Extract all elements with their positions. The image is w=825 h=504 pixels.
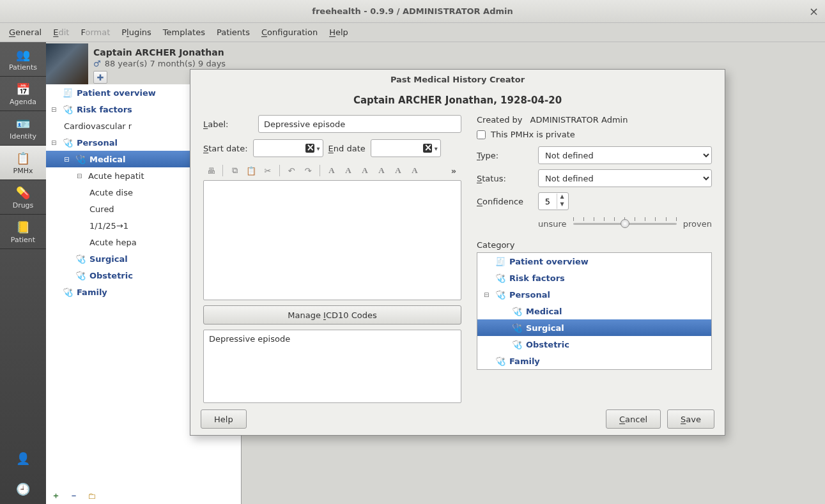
category-tree: 🧾Patient overview 🩺Risk factors ⊟🩺Person… bbox=[477, 252, 712, 370]
enddate-input[interactable]: ▾ bbox=[371, 139, 441, 157]
activity-agenda[interactable]: 📅Agenda bbox=[0, 77, 46, 111]
activity-drugs[interactable]: 💊Drugs bbox=[0, 180, 46, 215]
pmhx-icon: 📋 bbox=[14, 150, 32, 165]
enddate-label: End date bbox=[328, 144, 366, 153]
menu-templates[interactable]: Templates bbox=[163, 27, 205, 37]
more-icon[interactable]: » bbox=[447, 164, 460, 177]
font-a4-icon[interactable]: A bbox=[375, 164, 388, 177]
confidence-input[interactable] bbox=[539, 197, 557, 206]
confidence-spin[interactable]: ▲▼ bbox=[538, 192, 569, 210]
close-icon[interactable]: × bbox=[809, 4, 819, 18]
label-input[interactable] bbox=[258, 115, 461, 133]
patient-notes-icon: 📒 bbox=[14, 219, 32, 234]
status-label: Status: bbox=[477, 174, 530, 183]
status-select[interactable]: Not defined bbox=[538, 169, 712, 187]
activity-identity[interactable]: 🪪Identity bbox=[0, 111, 46, 146]
pill-icon: 💊 bbox=[14, 185, 32, 200]
cat-family[interactable]: 🩺Family bbox=[477, 353, 711, 369]
startdate-input[interactable]: ▾ bbox=[253, 139, 323, 157]
private-checkbox[interactable] bbox=[477, 130, 486, 139]
cat-risk-factors[interactable]: 🩺Risk factors bbox=[477, 270, 711, 286]
modal-overlay: Past Medical History Creator Captain ARC… bbox=[46, 42, 825, 504]
activity-patients[interactable]: 👥Patients bbox=[0, 42, 46, 77]
label-label: Label: bbox=[203, 119, 252, 129]
menu-edit: Edit bbox=[53, 27, 69, 37]
icd10-codes-area[interactable]: Depressive episode bbox=[203, 330, 461, 403]
font-a5-icon[interactable]: A bbox=[392, 164, 405, 177]
activity-clock-icon[interactable]: 🕘 bbox=[0, 473, 46, 504]
spin-down-icon[interactable]: ▼ bbox=[557, 201, 567, 209]
manage-icd10-button[interactable]: Manage ICD10 Codes bbox=[203, 305, 461, 325]
clear-icon[interactable] bbox=[423, 144, 432, 153]
menu-general[interactable]: General bbox=[9, 27, 42, 37]
cut-icon[interactable]: ✂ bbox=[261, 164, 274, 177]
richtext-area[interactable] bbox=[203, 180, 461, 300]
menu-patients[interactable]: Patients bbox=[217, 27, 250, 37]
type-select[interactable]: Not defined bbox=[538, 146, 712, 164]
print-icon[interactable]: 🖶 bbox=[204, 164, 217, 177]
font-a1-icon[interactable]: A bbox=[325, 164, 338, 177]
clock-icon: 🕘 bbox=[14, 481, 32, 496]
startdate-label: Start date: bbox=[203, 144, 248, 153]
cancel-button[interactable]: Cancel bbox=[606, 409, 661, 429]
chevron-down-icon[interactable]: ▾ bbox=[317, 145, 320, 152]
help-button[interactable]: Help bbox=[201, 409, 247, 429]
user-bubble-icon: 👤 bbox=[14, 450, 32, 466]
chevron-down-icon[interactable]: ▾ bbox=[435, 145, 438, 152]
activity-patient[interactable]: 📒Patient bbox=[0, 215, 46, 249]
dialog-subtitle: Captain ARCHER Jonathan, 1928-04-20 bbox=[190, 88, 725, 115]
type-label: Type: bbox=[477, 151, 530, 160]
pmhx-creator-dialog: Past Medical History Creator Captain ARC… bbox=[190, 69, 725, 436]
cat-surgical[interactable]: 🩺Surgical bbox=[477, 319, 711, 336]
menu-format: Format bbox=[81, 27, 110, 37]
slider-thumb[interactable] bbox=[621, 219, 629, 228]
activity-bar: 👥Patients 📅Agenda 🪪Identity 📋PMHx 💊Drugs… bbox=[0, 42, 46, 504]
menubar: General Edit Format Plugins Templates Pa… bbox=[0, 23, 825, 42]
window-title: freehealth - 0.9.9 / ADMINISTRATOR Admin bbox=[0, 6, 825, 16]
copy-icon[interactable]: ⧉ bbox=[228, 164, 241, 177]
cat-patient-overview[interactable]: 🧾Patient overview bbox=[477, 253, 711, 270]
paste-icon[interactable]: 📋 bbox=[245, 164, 258, 177]
font-a2-icon[interactable]: A bbox=[342, 164, 355, 177]
menu-plugins[interactable]: Plugins bbox=[121, 27, 151, 37]
calendar-icon: 📅 bbox=[14, 81, 32, 96]
window-titlebar: freehealth - 0.9.9 / ADMINISTRATOR Admin… bbox=[0, 0, 825, 23]
redo-icon[interactable]: ↷ bbox=[302, 164, 314, 177]
unsure-label: unsure bbox=[538, 219, 567, 229]
activity-pmhx[interactable]: 📋PMHx bbox=[0, 146, 46, 180]
font-a3-icon[interactable]: A bbox=[359, 164, 371, 177]
spin-up-icon[interactable]: ▲ bbox=[557, 194, 567, 201]
category-label: Category bbox=[477, 240, 712, 250]
clear-icon[interactable] bbox=[305, 144, 314, 153]
cat-personal[interactable]: ⊟🩺Personal bbox=[477, 286, 711, 303]
undo-icon[interactable]: ↶ bbox=[285, 164, 298, 177]
activity-user-icon[interactable]: 👤 bbox=[0, 443, 46, 473]
createdby-label: Created by bbox=[477, 115, 523, 125]
patients-icon: 👥 bbox=[14, 47, 32, 62]
confidence-slider[interactable] bbox=[573, 217, 677, 230]
confidence-label: Confidence bbox=[477, 197, 530, 206]
createdby-value: ADMINISTRATOR Admin bbox=[530, 115, 628, 125]
richtext-toolbar: 🖶 ⧉ 📋 ✂ ↶ ↷ A A A A bbox=[203, 162, 461, 179]
font-a6-icon[interactable]: A bbox=[408, 164, 421, 177]
cat-obstetric[interactable]: 🩺Obstetric bbox=[477, 336, 711, 353]
dialog-title: Past Medical History Creator bbox=[190, 70, 725, 88]
save-button[interactable]: Save bbox=[667, 409, 714, 429]
cat-medical[interactable]: 🩺Medical bbox=[477, 303, 711, 319]
private-label: This PMHx is private bbox=[491, 130, 575, 139]
menu-configuration[interactable]: Configuration bbox=[261, 27, 318, 37]
menu-help[interactable]: Help bbox=[329, 27, 348, 37]
id-card-icon: 🪪 bbox=[14, 116, 32, 131]
proven-label: proven bbox=[683, 219, 712, 229]
